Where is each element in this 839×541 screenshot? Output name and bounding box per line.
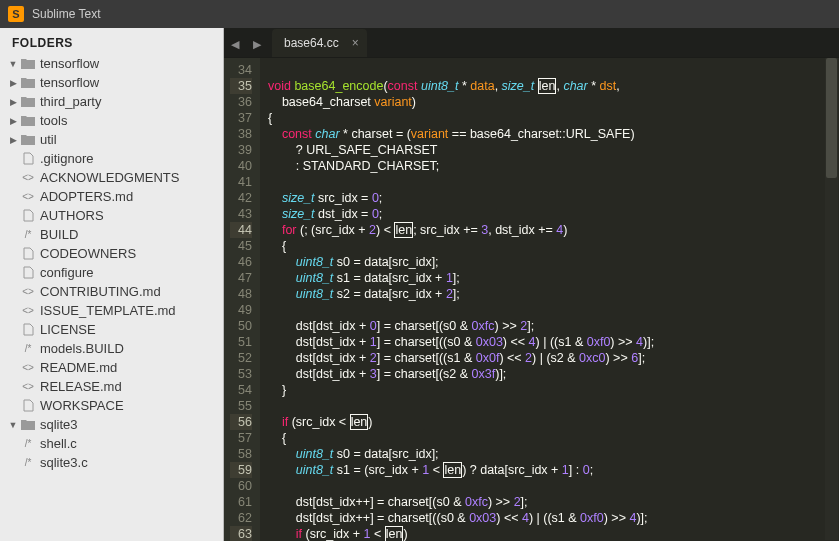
md-icon: <> bbox=[20, 380, 36, 394]
sidebar-item-label: models.BUILD bbox=[40, 341, 124, 356]
sidebar-item[interactable]: <>ACKNOWLEDGMENTS bbox=[0, 168, 223, 187]
sidebar-item-label: ADOPTERS.md bbox=[40, 189, 133, 204]
sidebar-item-label: CODEOWNERS bbox=[40, 246, 136, 261]
sidebar-item-label: shell.c bbox=[40, 436, 77, 451]
sidebar-item-label: README.md bbox=[40, 360, 117, 375]
sidebar-item[interactable]: <>ISSUE_TEMPLATE.md bbox=[0, 301, 223, 320]
sidebar: FOLDERS ▼tensorflow▶tensorflow▶third_par… bbox=[0, 28, 224, 541]
sidebar-item-label: ACKNOWLEDGMENTS bbox=[40, 170, 179, 185]
disclosure-icon: ▼ bbox=[8, 420, 18, 430]
file-icon bbox=[20, 323, 36, 337]
sidebar-item[interactable]: /*sqlite3.c bbox=[0, 453, 223, 472]
tab-base64[interactable]: base64.cc × bbox=[272, 29, 367, 57]
nav-back-button[interactable]: ◀ bbox=[224, 31, 246, 57]
code-area[interactable]: 3435363738394041424344454647484950515253… bbox=[224, 58, 839, 541]
code-icon: /* bbox=[20, 342, 36, 356]
md-icon: <> bbox=[20, 285, 36, 299]
sidebar-item-label: AUTHORS bbox=[40, 208, 104, 223]
sidebar-item-label: tools bbox=[40, 113, 67, 128]
sidebar-item[interactable]: ▶tensorflow bbox=[0, 73, 223, 92]
sidebar-item-label: ISSUE_TEMPLATE.md bbox=[40, 303, 176, 318]
file-icon bbox=[20, 399, 36, 413]
sidebar-item-label: .gitignore bbox=[40, 151, 93, 166]
md-icon: <> bbox=[20, 171, 36, 185]
md-icon: <> bbox=[20, 361, 36, 375]
title-bar: S Sublime Text bbox=[0, 0, 839, 28]
sidebar-item-label: third_party bbox=[40, 94, 101, 109]
sidebar-item-label: BUILD bbox=[40, 227, 78, 242]
tab-bar: ◀ ▶ base64.cc × bbox=[224, 28, 839, 58]
app-title: Sublime Text bbox=[32, 7, 100, 21]
disclosure-icon: ▶ bbox=[8, 78, 18, 88]
tab-close-icon[interactable]: × bbox=[352, 36, 359, 50]
folder-icon bbox=[20, 57, 36, 71]
file-icon bbox=[20, 266, 36, 280]
sidebar-item[interactable]: ▶third_party bbox=[0, 92, 223, 111]
md-icon: <> bbox=[20, 190, 36, 204]
sidebar-item-label: sqlite3 bbox=[40, 417, 78, 432]
sidebar-item-label: sqlite3.c bbox=[40, 455, 88, 470]
md-icon: <> bbox=[20, 304, 36, 318]
sidebar-item[interactable]: CODEOWNERS bbox=[0, 244, 223, 263]
sidebar-item[interactable]: <>RELEASE.md bbox=[0, 377, 223, 396]
sidebar-item-label: tensorflow bbox=[40, 75, 99, 90]
sidebar-item-label: LICENSE bbox=[40, 322, 96, 337]
sidebar-item[interactable]: WORKSPACE bbox=[0, 396, 223, 415]
sidebar-item-label: tensorflow bbox=[40, 56, 99, 71]
disclosure-icon: ▶ bbox=[8, 116, 18, 126]
folder-icon bbox=[20, 133, 36, 147]
folder-icon bbox=[20, 76, 36, 90]
sidebar-item[interactable]: AUTHORS bbox=[0, 206, 223, 225]
sidebar-item[interactable]: ▼tensorflow bbox=[0, 54, 223, 73]
source-view[interactable]: void base64_encode(const uint8_t * data,… bbox=[260, 58, 839, 541]
sidebar-item[interactable]: <>CONTRIBUTING.md bbox=[0, 282, 223, 301]
code-icon: /* bbox=[20, 228, 36, 242]
sidebar-item-label: configure bbox=[40, 265, 93, 280]
file-icon bbox=[20, 209, 36, 223]
sidebar-item-label: RELEASE.md bbox=[40, 379, 122, 394]
disclosure-icon: ▼ bbox=[8, 59, 18, 69]
disclosure-icon: ▶ bbox=[8, 135, 18, 145]
sidebar-item[interactable]: ▶util bbox=[0, 130, 223, 149]
editor-pane: ◀ ▶ base64.cc × 343536373839404142434445… bbox=[224, 28, 839, 541]
folder-tree: ▼tensorflow▶tensorflow▶third_party▶tools… bbox=[0, 54, 223, 480]
sidebar-item[interactable]: configure bbox=[0, 263, 223, 282]
sidebar-header: FOLDERS bbox=[0, 28, 223, 54]
sidebar-item-label: util bbox=[40, 132, 57, 147]
line-gutter: 3435363738394041424344454647484950515253… bbox=[224, 58, 260, 541]
sidebar-item-label: CONTRIBUTING.md bbox=[40, 284, 161, 299]
sidebar-item[interactable]: /*models.BUILD bbox=[0, 339, 223, 358]
folder-icon bbox=[20, 418, 36, 432]
tab-label: base64.cc bbox=[284, 36, 339, 50]
sidebar-item[interactable]: <>ADOPTERS.md bbox=[0, 187, 223, 206]
folder-icon bbox=[20, 95, 36, 109]
code-icon: /* bbox=[20, 456, 36, 470]
file-icon bbox=[20, 152, 36, 166]
sidebar-item[interactable]: ▶tools bbox=[0, 111, 223, 130]
nav-forward-button[interactable]: ▶ bbox=[246, 31, 268, 57]
app-icon: S bbox=[8, 6, 24, 22]
sidebar-item[interactable]: .gitignore bbox=[0, 149, 223, 168]
sidebar-item[interactable]: ▼sqlite3 bbox=[0, 415, 223, 434]
code-icon: /* bbox=[20, 437, 36, 451]
sidebar-item[interactable]: /*shell.c bbox=[0, 434, 223, 453]
file-icon bbox=[20, 247, 36, 261]
sidebar-item[interactable]: /*BUILD bbox=[0, 225, 223, 244]
folder-icon bbox=[20, 114, 36, 128]
scrollbar-thumb[interactable] bbox=[826, 58, 837, 178]
vertical-scrollbar[interactable] bbox=[825, 58, 838, 540]
sidebar-item[interactable]: LICENSE bbox=[0, 320, 223, 339]
sidebar-item[interactable]: <>README.md bbox=[0, 358, 223, 377]
disclosure-icon: ▶ bbox=[8, 97, 18, 107]
sidebar-item-label: WORKSPACE bbox=[40, 398, 124, 413]
